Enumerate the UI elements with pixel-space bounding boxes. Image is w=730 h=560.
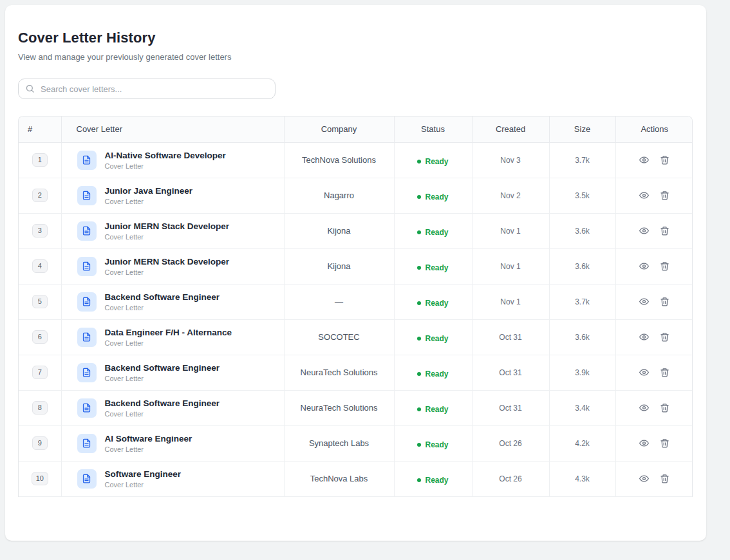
eye-icon bbox=[639, 191, 649, 200]
view-button[interactable] bbox=[637, 436, 651, 451]
cover-letter-type: Cover Letter bbox=[105, 410, 220, 418]
file-text-icon bbox=[77, 257, 97, 276]
table-row: 8 Backend Software Engineer Cover Letter bbox=[19, 390, 693, 425]
cover-letter-type: Cover Letter bbox=[105, 162, 226, 170]
search-icon bbox=[25, 84, 35, 93]
page-title: Cover Letter History bbox=[18, 30, 693, 46]
status-label: Ready bbox=[425, 405, 448, 414]
table-body: 1 AI-Native Software Developer Cover Let… bbox=[19, 142, 693, 496]
status-label: Ready bbox=[425, 440, 448, 449]
view-button[interactable] bbox=[637, 224, 651, 238]
cover-letter-type: Cover Letter bbox=[105, 304, 220, 312]
file-size: 3.6k bbox=[549, 213, 615, 248]
file-text-icon bbox=[77, 434, 97, 453]
status-dot-icon bbox=[417, 478, 421, 482]
delete-button[interactable] bbox=[658, 189, 672, 203]
view-button[interactable] bbox=[637, 472, 651, 486]
cover-letter-title: AI Software Engineer bbox=[105, 434, 192, 444]
file-size: 4.3k bbox=[549, 461, 615, 496]
eye-icon bbox=[639, 474, 649, 483]
created-date: Oct 31 bbox=[472, 319, 549, 355]
trash-icon bbox=[660, 261, 669, 271]
status-label: Ready bbox=[425, 334, 448, 343]
created-date: Oct 26 bbox=[472, 461, 549, 496]
header-status: Status bbox=[394, 117, 472, 142]
eye-icon bbox=[639, 261, 649, 271]
delete-button[interactable] bbox=[658, 436, 672, 451]
eye-icon bbox=[639, 297, 649, 306]
row-number-badge: 5 bbox=[32, 295, 48, 308]
file-text-icon bbox=[77, 398, 97, 418]
delete-button[interactable] bbox=[658, 259, 672, 274]
file-text-icon bbox=[77, 328, 97, 347]
trash-icon bbox=[660, 474, 669, 483]
status-badge: Ready bbox=[417, 157, 448, 166]
view-button[interactable] bbox=[637, 401, 651, 415]
status-badge: Ready bbox=[417, 405, 448, 414]
cover-letter-title: Junior MERN Stack Developer bbox=[105, 221, 230, 232]
view-button[interactable] bbox=[637, 259, 651, 274]
status-badge: Ready bbox=[417, 334, 448, 343]
trash-icon bbox=[660, 332, 669, 342]
delete-button[interactable] bbox=[658, 224, 672, 238]
header-size: Size bbox=[549, 117, 615, 142]
search-input[interactable] bbox=[18, 79, 276, 99]
status-label: Ready bbox=[425, 228, 448, 237]
delete-button[interactable] bbox=[658, 330, 672, 344]
created-date: Nov 1 bbox=[472, 248, 549, 284]
delete-button[interactable] bbox=[658, 472, 672, 486]
delete-button[interactable] bbox=[658, 366, 672, 380]
view-button[interactable] bbox=[637, 330, 651, 344]
row-number-badge: 2 bbox=[32, 189, 48, 202]
company-name: NeuraTech Solutions bbox=[284, 390, 394, 425]
table-header: # Cover Letter Company Status Created Si… bbox=[19, 117, 693, 142]
row-number-badge: 6 bbox=[32, 330, 48, 344]
delete-button[interactable] bbox=[658, 153, 672, 167]
status-dot-icon bbox=[417, 160, 421, 163]
status-badge: Ready bbox=[417, 228, 448, 237]
eye-icon bbox=[639, 332, 649, 342]
delete-button[interactable] bbox=[658, 401, 672, 415]
created-date: Nov 1 bbox=[472, 284, 549, 319]
file-size: 3.7k bbox=[549, 142, 615, 178]
eye-icon bbox=[639, 155, 649, 165]
trash-icon bbox=[660, 403, 669, 413]
row-number-badge: 10 bbox=[32, 472, 48, 485]
file-size: 3.7k bbox=[549, 284, 615, 319]
file-text-icon bbox=[77, 151, 97, 170]
header-company: Company bbox=[284, 117, 394, 142]
status-badge: Ready bbox=[417, 299, 448, 308]
view-button[interactable] bbox=[637, 189, 651, 203]
trash-icon bbox=[660, 155, 669, 165]
trash-icon bbox=[660, 297, 669, 306]
cover-letter-type: Cover Letter bbox=[105, 445, 192, 453]
row-number-badge: 1 bbox=[32, 153, 48, 167]
created-date: Nov 1 bbox=[472, 213, 549, 248]
company-name: Kijona bbox=[284, 248, 394, 284]
status-badge: Ready bbox=[417, 440, 448, 449]
created-date: Oct 26 bbox=[472, 425, 549, 461]
status-badge: Ready bbox=[417, 369, 448, 378]
file-size: 3.9k bbox=[549, 355, 615, 390]
trash-icon bbox=[660, 226, 669, 236]
cover-letter-type: Cover Letter bbox=[105, 481, 182, 489]
file-text-icon bbox=[77, 363, 97, 382]
file-size: 4.2k bbox=[549, 425, 615, 461]
cover-letter-title: Backend Software Engineer bbox=[105, 292, 220, 303]
view-button[interactable] bbox=[637, 295, 651, 309]
status-label: Ready bbox=[425, 192, 448, 201]
company-name: TechNova Labs bbox=[284, 461, 394, 496]
status-dot-icon bbox=[417, 407, 421, 411]
view-button[interactable] bbox=[637, 153, 651, 167]
status-badge: Ready bbox=[417, 192, 448, 201]
row-number-badge: 9 bbox=[32, 436, 48, 450]
eye-icon bbox=[639, 403, 649, 413]
eye-icon bbox=[639, 438, 649, 448]
view-button[interactable] bbox=[637, 366, 651, 380]
cover-letter-title: AI-Native Software Developer bbox=[105, 151, 226, 161]
table-row: 6 Data Engineer F/H - Alternance Cover L… bbox=[19, 319, 693, 355]
company-name: TechNova Solutions bbox=[284, 142, 394, 178]
header-index: # bbox=[19, 117, 61, 142]
delete-button[interactable] bbox=[658, 295, 672, 309]
cover-letter-history-panel: Cover Letter History View and manage you… bbox=[5, 5, 706, 541]
